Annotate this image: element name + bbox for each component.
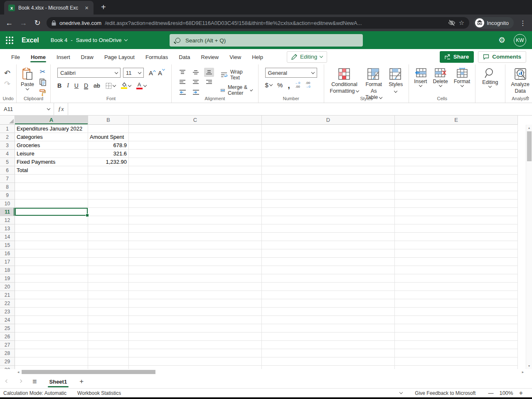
tab-data[interactable]: Data: [173, 50, 195, 63]
row-header-4[interactable]: 4: [0, 150, 15, 158]
cell-E18[interactable]: [395, 266, 518, 274]
cell-C3[interactable]: [129, 141, 262, 150]
feedback-link[interactable]: Give Feedback to Microsoft: [415, 390, 475, 396]
cell-E12[interactable]: [395, 216, 518, 224]
cell-A5[interactable]: Fixed Payments: [15, 158, 88, 166]
cell-styles-button[interactable]: Styles: [389, 68, 403, 92]
cell-B22[interactable]: [88, 299, 129, 308]
account-avatar[interactable]: KW: [514, 34, 526, 47]
cell-A24[interactable]: [15, 316, 88, 324]
prev-sheet-icon[interactable]: [5, 379, 9, 382]
scroll-left-icon[interactable]: ◂: [16, 370, 21, 374]
row-header-21[interactable]: 21: [0, 291, 15, 299]
cell-D17[interactable]: [262, 258, 395, 266]
cell-B16[interactable]: [88, 249, 129, 258]
cell-A16[interactable]: [15, 249, 88, 258]
cell-D23[interactable]: [262, 308, 395, 316]
align-bottom-button[interactable]: [204, 68, 214, 77]
close-tab-icon[interactable]: ×: [84, 4, 89, 11]
cell-A15[interactable]: [15, 241, 88, 249]
cell-D20[interactable]: [262, 283, 395, 291]
cell-A11[interactable]: [15, 208, 88, 216]
cell-A1[interactable]: Expenditures January 2022: [15, 125, 88, 133]
cell-B29[interactable]: [88, 357, 129, 366]
vertical-scrollbar[interactable]: ▴ ▾: [526, 125, 532, 369]
cell-B21[interactable]: [88, 291, 129, 299]
fill-color-button[interactable]: [121, 82, 131, 89]
cell-C13[interactable]: [129, 224, 262, 233]
underline-button[interactable]: U: [74, 82, 79, 89]
insert-cells-button[interactable]: Insert: [414, 68, 427, 86]
column-header-e[interactable]: E: [395, 116, 518, 125]
cell-D21[interactable]: [262, 291, 395, 299]
cell-B12[interactable]: [88, 216, 129, 224]
cell-B4[interactable]: 321.6: [88, 150, 129, 158]
row-header-16[interactable]: 16: [0, 249, 15, 258]
align-top-button[interactable]: [177, 68, 187, 77]
cell-A2[interactable]: Categories: [15, 133, 88, 141]
analyze-data-button[interactable]: Analyze Data: [511, 68, 530, 94]
tab-help[interactable]: Help: [246, 50, 268, 63]
cell-C17[interactable]: [129, 258, 262, 266]
chevron-down-icon[interactable]: [124, 38, 128, 41]
cut-icon[interactable]: ✂: [40, 68, 45, 76]
cell-D18[interactable]: [262, 266, 395, 274]
cell-C14[interactable]: [129, 233, 262, 241]
font-size-select[interactable]: 11: [123, 68, 144, 78]
row-header-9[interactable]: 9: [0, 191, 15, 200]
cell-C11[interactable]: [129, 208, 262, 216]
cell-A4[interactable]: Leisure: [15, 150, 88, 158]
cell-E9[interactable]: [395, 191, 518, 200]
cell-C20[interactable]: [129, 283, 262, 291]
cell-C2[interactable]: [129, 133, 262, 141]
address-bar[interactable]: onedrive.live.com /edit.aspx?action=edit…: [47, 17, 469, 29]
percent-format-button[interactable]: %: [277, 81, 283, 89]
cell-B26[interactable]: [88, 332, 129, 341]
cell-E17[interactable]: [395, 258, 518, 266]
cell-D3[interactable]: [262, 141, 395, 150]
cell-D6[interactable]: [262, 166, 395, 175]
next-sheet-icon[interactable]: [19, 379, 22, 382]
increase-indent-button[interactable]: [191, 88, 201, 97]
cell-D19[interactable]: [262, 274, 395, 283]
cell-B15[interactable]: [88, 241, 129, 249]
cell-A30[interactable]: [15, 366, 88, 369]
cell-E24[interactable]: [395, 316, 518, 324]
row-header-10[interactable]: 10: [0, 200, 15, 208]
app-launcher-icon[interactable]: [6, 37, 13, 44]
tab-home[interactable]: Home: [25, 50, 51, 63]
cell-D1[interactable]: [262, 125, 395, 133]
cell-C15[interactable]: [129, 241, 262, 249]
cell-A13[interactable]: [15, 224, 88, 233]
cell-E19[interactable]: [395, 274, 518, 283]
copy-icon[interactable]: [39, 79, 46, 86]
cell-D10[interactable]: [262, 200, 395, 208]
reload-icon[interactable]: ↻: [32, 18, 42, 27]
cell-E23[interactable]: [395, 308, 518, 316]
decrease-decimal-button[interactable]: .00→0: [305, 81, 310, 89]
cell-C7[interactable]: [129, 175, 262, 183]
row-header-7[interactable]: 7: [0, 175, 15, 183]
cell-E3[interactable]: [395, 141, 518, 150]
cell-B2[interactable]: Amount Spent: [88, 133, 129, 141]
row-header-17[interactable]: 17: [0, 258, 15, 266]
cell-C28[interactable]: [129, 349, 262, 357]
paste-button[interactable]: Paste: [21, 68, 34, 90]
row-header-2[interactable]: 2: [0, 133, 15, 141]
cell-A21[interactable]: [15, 291, 88, 299]
row-header-12[interactable]: 12: [0, 216, 15, 224]
cell-A23[interactable]: [15, 308, 88, 316]
cell-D12[interactable]: [262, 216, 395, 224]
cell-E15[interactable]: [395, 241, 518, 249]
row-header-26[interactable]: 26: [0, 332, 15, 341]
tab-formulas[interactable]: Formulas: [140, 50, 173, 63]
cell-C24[interactable]: [129, 316, 262, 324]
cell-C22[interactable]: [129, 299, 262, 308]
cell-B1[interactable]: [88, 125, 129, 133]
cell-B20[interactable]: [88, 283, 129, 291]
sheet-list-menu-icon[interactable]: ≡: [32, 377, 37, 386]
cell-C8[interactable]: [129, 183, 262, 191]
star-icon[interactable]: ☆: [459, 19, 464, 27]
cell-C10[interactable]: [129, 200, 262, 208]
cell-B25[interactable]: [88, 324, 129, 332]
